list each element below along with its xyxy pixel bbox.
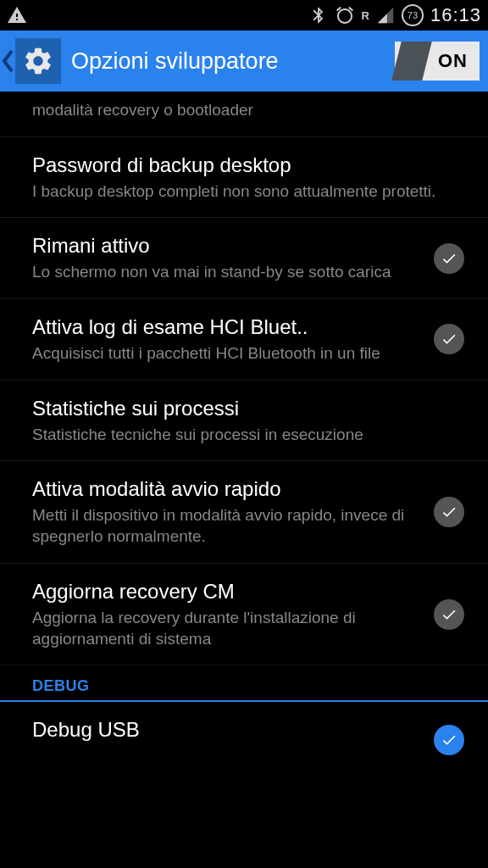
- clock: 16:13: [430, 4, 481, 26]
- setting-partial-item[interactable]: modalità recovery o bootloader: [0, 92, 488, 137]
- setting-title: Rimani attivo: [32, 233, 424, 259]
- setting-title: Password di backup desktop: [32, 153, 454, 178]
- setting-desc: Acquisisci tutti i pacchetti HCI Bluetoo…: [32, 343, 424, 364]
- settings-icon[interactable]: [15, 38, 61, 84]
- warning-icon: [7, 5, 27, 25]
- checkbox-checked-icon[interactable]: [434, 599, 464, 630]
- setting-desc: Metti il dispositivo in modalità avvio r…: [32, 505, 424, 547]
- alarm-icon: [335, 5, 355, 25]
- setting-desc: Lo schermo non va mai in stand-by se sot…: [32, 262, 424, 283]
- checkbox-checked-icon[interactable]: [434, 243, 464, 274]
- setting-desc: modalità recovery o bootloader: [32, 100, 454, 121]
- setting-desc: Statistiche tecniche sui processi in ese…: [32, 425, 454, 446]
- setting-title: Attiva log di esame HCI Bluet..: [32, 314, 424, 340]
- setting-desc: Aggiorna la recovery durante l'installaz…: [32, 608, 424, 649]
- status-bar: R 73 16:13: [0, 0, 488, 31]
- toggle-label: ON: [438, 50, 468, 72]
- checkbox-checked-icon[interactable]: [434, 497, 464, 527]
- master-toggle[interactable]: ON: [395, 42, 480, 81]
- page-title: Opzioni sviluppatore: [71, 48, 395, 75]
- setting-title: Statistiche sui processi: [32, 396, 454, 421]
- section-header-debug: DEBUG: [0, 665, 488, 702]
- setting-fastboot[interactable]: Attiva modalità avvio rapido Metti il di…: [0, 461, 488, 563]
- setting-update-recovery[interactable]: Aggiorna recovery CM Aggiorna la recover…: [0, 564, 488, 665]
- checkbox-checked-icon[interactable]: [434, 725, 464, 755]
- setting-usb-debug[interactable]: Debug USB: [0, 702, 488, 751]
- checkbox-checked-icon[interactable]: [434, 324, 464, 354]
- setting-title: Debug USB: [32, 717, 424, 743]
- back-button[interactable]: [0, 31, 15, 92]
- bluetooth-icon: [309, 6, 328, 25]
- setting-title: Attiva modalità avvio rapido: [32, 476, 424, 502]
- signal-icon: [376, 6, 395, 25]
- settings-list: modalità recovery o bootloader Password …: [0, 92, 488, 751]
- setting-stay-awake[interactable]: Rimani attivo Lo schermo non va mai in s…: [0, 218, 488, 299]
- setting-bluetooth-hci-log[interactable]: Attiva log di esame HCI Bluet.. Acquisis…: [0, 299, 488, 381]
- setting-process-stats[interactable]: Statistiche sui processi Statistiche tec…: [0, 381, 488, 462]
- setting-desc: I backup desktop completi non sono attua…: [32, 181, 454, 203]
- battery-indicator: 73: [402, 4, 424, 26]
- roaming-icon: R: [362, 9, 369, 22]
- app-header: Opzioni sviluppatore ON: [0, 31, 488, 92]
- setting-title: Aggiorna recovery CM: [32, 579, 424, 604]
- setting-backup-password[interactable]: Password di backup desktop I backup desk…: [0, 137, 488, 219]
